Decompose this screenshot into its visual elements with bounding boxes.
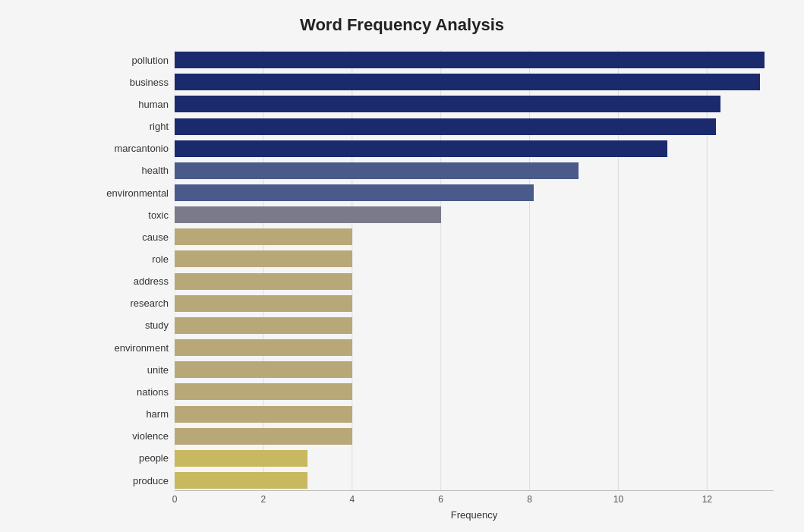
bar-marcantonio — [175, 140, 667, 157]
y-label-business: business — [91, 72, 175, 92]
y-label-marcantonio: marcantonio — [91, 139, 175, 159]
x-tick-8: 8 — [527, 494, 532, 505]
y-label-role: role — [91, 249, 175, 269]
bar-health — [175, 162, 579, 179]
bar-row — [175, 338, 774, 357]
x-tick-2: 2 — [261, 494, 266, 505]
bar-row — [175, 272, 774, 291]
bar-address — [175, 273, 352, 290]
bar-row — [175, 183, 774, 203]
x-tick-10: 10 — [613, 494, 623, 505]
y-label-harm: harm — [91, 405, 175, 424]
bar-research — [175, 295, 352, 312]
y-label-pollution: pollution — [91, 50, 175, 70]
bar-nations — [175, 383, 352, 400]
bar-row — [175, 316, 774, 335]
y-label-cause: cause — [91, 227, 175, 247]
bar-violence — [175, 428, 352, 445]
bar-produce — [175, 472, 307, 489]
x-axis-label: Frequency — [175, 509, 774, 521]
bar-study — [175, 317, 352, 334]
y-label-study: study — [91, 316, 175, 335]
bar-business — [175, 74, 760, 90]
bar-row — [175, 161, 774, 181]
chart-container: Word Frequency Analysis pollutionbusines… — [0, 0, 804, 532]
bar-row — [175, 94, 774, 114]
bars-container — [175, 50, 774, 490]
x-axis: 024681012 Frequency — [175, 490, 774, 521]
y-label-environmental: environmental — [91, 183, 175, 203]
bar-row — [175, 360, 774, 379]
bar-row — [175, 205, 774, 225]
bar-harm — [175, 406, 352, 423]
x-tick-4: 4 — [349, 494, 355, 505]
y-label-unite: unite — [91, 360, 175, 379]
y-label-people: people — [91, 449, 175, 468]
y-label-environment: environment — [91, 338, 175, 357]
chart-title: Word Frequency Analysis — [30, 15, 774, 35]
bar-row — [175, 382, 774, 401]
bar-row — [175, 72, 774, 92]
plot-area — [175, 50, 774, 490]
bar-people — [175, 450, 307, 467]
y-label-health: health — [91, 161, 175, 181]
bar-row — [175, 405, 774, 424]
bar-right — [175, 118, 716, 135]
y-label-produce: produce — [91, 471, 175, 490]
bar-toxic — [175, 206, 441, 223]
bar-unite — [175, 361, 352, 378]
x-tick-12: 12 — [702, 494, 712, 505]
y-label-right: right — [91, 116, 175, 136]
x-tick-0: 0 — [172, 494, 178, 505]
bar-row — [175, 471, 774, 490]
y-label-violence: violence — [91, 427, 175, 446]
x-tick-6: 6 — [438, 494, 443, 505]
bar-row — [175, 449, 774, 468]
bar-row — [175, 50, 774, 70]
bar-role — [175, 250, 352, 267]
bar-environmental — [175, 184, 534, 201]
bar-row — [175, 116, 774, 136]
y-label-address: address — [91, 272, 175, 291]
bar-human — [175, 96, 720, 112]
bar-row — [175, 227, 774, 247]
y-label-nations: nations — [91, 382, 175, 401]
y-axis-labels: pollutionbusinesshumanrightmarcantoniohe… — [91, 50, 175, 490]
x-tick-labels: 024681012 — [175, 491, 774, 506]
bar-pollution — [175, 52, 765, 68]
y-label-human: human — [91, 94, 175, 114]
bar-row — [175, 139, 774, 159]
bar-row — [175, 294, 774, 313]
y-label-research: research — [91, 294, 175, 313]
bar-environment — [175, 339, 352, 356]
bar-row — [175, 249, 774, 269]
y-label-toxic: toxic — [91, 205, 175, 225]
bar-cause — [175, 228, 352, 245]
bar-row — [175, 427, 774, 446]
